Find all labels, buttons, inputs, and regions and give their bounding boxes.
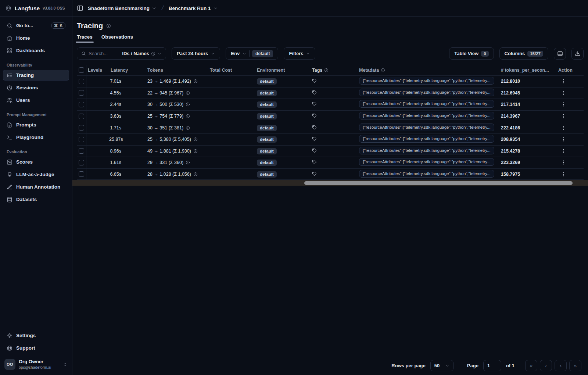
tag-icon[interactable] — [312, 160, 317, 164]
table-row[interactable]: 1.71s 30 → 351 (Σ 381) default {"resourc… — [77, 122, 584, 133]
latency-value: 4.55s — [110, 90, 121, 96]
sidebar-item-support[interactable]: Support — [3, 343, 69, 353]
metadata-pill[interactable]: {"resourceAttributes":{"telemetry.sdk.la… — [359, 89, 494, 96]
tag-icon[interactable] — [312, 125, 317, 130]
select-all-checkbox[interactable] — [79, 67, 84, 73]
row-actions-menu-icon[interactable] — [560, 160, 566, 165]
table-row[interactable]: 3.63s 25 → 754 (Σ 779) default {"resourc… — [77, 110, 584, 122]
page-number-input[interactable] — [483, 360, 501, 371]
row-checkbox[interactable] — [79, 171, 84, 177]
first-page-button[interactable]: « — [525, 360, 537, 371]
metadata-pill[interactable]: {"resourceAttributes":{"telemetry.sdk.la… — [359, 100, 494, 108]
export-button[interactable] — [571, 48, 584, 60]
last-page-button[interactable]: » — [569, 360, 581, 371]
row-actions-menu-icon[interactable] — [560, 171, 566, 177]
sidebar-item-scores[interactable]: Scores — [3, 157, 69, 167]
info-icon[interactable] — [106, 24, 111, 28]
info-icon[interactable] — [186, 160, 190, 165]
columns-button[interactable]: Columns 15/27 — [499, 47, 548, 60]
info-icon[interactable] — [186, 102, 190, 107]
sidebar-item-settings[interactable]: Settings — [3, 330, 69, 341]
tab-traces[interactable]: Traces — [77, 34, 93, 43]
tag-icon[interactable] — [312, 113, 317, 118]
pen-icon — [7, 184, 12, 190]
sidebar-item-home[interactable]: Home — [3, 33, 69, 43]
search-input[interactable] — [89, 51, 116, 56]
search-mode-label: IDs / Names — [122, 51, 149, 56]
row-checkbox[interactable] — [79, 90, 84, 96]
search-box[interactable]: IDs / Names — [77, 47, 166, 60]
table-row[interactable]: 25.87s 25 → 5,380 (Σ 5,405) default {"re… — [77, 133, 584, 145]
row-actions-menu-icon[interactable] — [560, 101, 566, 107]
rows-per-page-select[interactable]: 50 — [430, 360, 453, 371]
breadcrumb-org[interactable]: Shadeform Benchmarking — [88, 6, 157, 11]
info-icon[interactable] — [186, 114, 190, 118]
environment-filter-button[interactable]: Env default — [226, 47, 278, 60]
table-row[interactable]: 4.55s 22 → 945 (Σ 967) default {"resourc… — [77, 87, 584, 99]
time-range-button[interactable]: Past 24 hours — [172, 47, 220, 60]
sidebar-item-users[interactable]: Users — [3, 95, 69, 106]
horizontal-scrollbar[interactable] — [72, 180, 588, 186]
sidebar-item-prompts[interactable]: Prompts — [3, 119, 69, 130]
search-mode-dropdown[interactable]: IDs / Names — [122, 51, 162, 56]
next-page-button[interactable]: › — [555, 360, 567, 371]
row-height-button[interactable] — [554, 48, 566, 60]
metadata-pill[interactable]: {"resourceAttributes":{"telemetry.sdk.la… — [359, 112, 494, 119]
metadata-pill[interactable]: {"resourceAttributes":{"telemetry.sdk.la… — [359, 77, 494, 85]
breadcrumb-project[interactable]: Benchmark Run 1 — [169, 6, 218, 11]
filters-button[interactable]: Filters — [284, 47, 315, 60]
sidebar-toggle-button[interactable] — [77, 5, 83, 11]
horizontal-scrollbar-thumb[interactable] — [304, 181, 573, 185]
row-checkbox[interactable] — [79, 114, 84, 119]
metadata-pill[interactable]: {"resourceAttributes":{"telemetry.sdk.la… — [359, 124, 494, 131]
tag-icon[interactable] — [312, 148, 317, 153]
sidebar-item-human-annotation[interactable]: Human Annotation — [3, 182, 69, 192]
tag-icon[interactable] — [312, 171, 317, 176]
tokens-value: 49 → 1,881 (Σ 1,930) — [147, 149, 191, 154]
row-checkbox[interactable] — [79, 148, 84, 154]
sidebar-item-playground[interactable]: Playground — [3, 132, 69, 143]
row-actions-menu-icon[interactable] — [560, 136, 566, 142]
row-checkbox[interactable] — [79, 125, 84, 131]
tab-observations[interactable]: Observations — [101, 34, 133, 43]
info-icon[interactable] — [186, 126, 190, 130]
info-icon[interactable] — [193, 79, 198, 83]
latency-value: 8.96s — [110, 149, 121, 154]
info-icon[interactable] — [193, 137, 198, 142]
sidebar-item-dashboards[interactable]: Dashboards — [3, 45, 69, 56]
sidebar-item-goto[interactable]: Go to... ⌘ K — [3, 20, 69, 31]
row-checkbox[interactable] — [79, 160, 84, 165]
info-icon[interactable] — [193, 172, 198, 176]
metadata-pill[interactable]: {"resourceAttributes":{"telemetry.sdk.la… — [359, 147, 494, 154]
metadata-pill[interactable]: {"resourceAttributes":{"telemetry.sdk.la… — [359, 170, 494, 178]
info-icon[interactable] — [193, 149, 198, 153]
sidebar-item-datasets[interactable]: Datasets — [3, 194, 69, 205]
table-view-button[interactable]: Table View 0 — [449, 47, 494, 60]
sidebar-item-sessions[interactable]: Sessions — [3, 82, 69, 93]
table-row[interactable]: 6.65s 28 → 1,028 (Σ 1,056) default {"res… — [77, 168, 584, 180]
table-row[interactable]: 7.01s 23 → 1,469 (Σ 1,492) default {"res… — [77, 75, 584, 87]
info-icon[interactable] — [186, 91, 190, 95]
row-actions-menu-icon[interactable] — [560, 78, 566, 84]
row-checkbox[interactable] — [79, 137, 84, 142]
table-row[interactable]: 1.61s 29 → 331 (Σ 360) default {"resourc… — [77, 157, 584, 168]
row-actions-menu-icon[interactable] — [560, 113, 566, 119]
row-checkbox[interactable] — [79, 79, 84, 84]
tag-icon[interactable] — [312, 90, 317, 95]
previous-page-button[interactable]: ‹ — [540, 360, 552, 371]
cell-tags — [311, 125, 359, 131]
row-actions-menu-icon[interactable] — [560, 125, 566, 131]
table-row[interactable]: 8.96s 49 → 1,881 (Σ 1,930) default {"res… — [77, 145, 584, 157]
sidebar-item-llm-as-a-judge[interactable]: LLM-as-a-Judge — [3, 169, 69, 180]
metadata-pill[interactable]: {"resourceAttributes":{"telemetry.sdk.la… — [359, 135, 494, 143]
account-switcher[interactable]: OO Org Owner ops@shadeform.ai — [0, 355, 72, 375]
tag-icon[interactable] — [312, 136, 317, 141]
table-row[interactable]: 2.44s 30 → 500 (Σ 530) default {"resourc… — [77, 99, 584, 110]
sidebar-item-tracing[interactable]: Tracing — [3, 70, 69, 81]
metadata-pill[interactable]: {"resourceAttributes":{"telemetry.sdk.la… — [359, 158, 494, 166]
row-checkbox[interactable] — [79, 102, 84, 107]
tag-icon[interactable] — [312, 78, 317, 83]
row-actions-menu-icon[interactable] — [560, 90, 566, 96]
row-actions-menu-icon[interactable] — [560, 148, 566, 154]
tag-icon[interactable] — [312, 101, 317, 106]
